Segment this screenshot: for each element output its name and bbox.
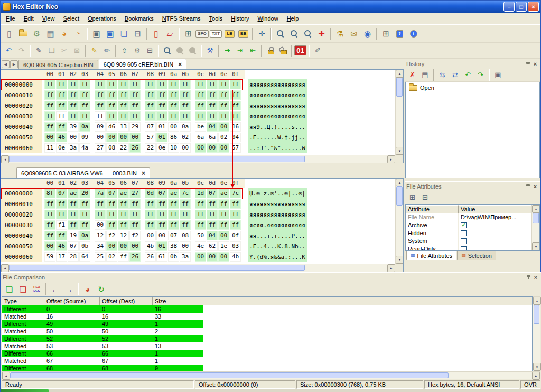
hex-byte[interactable]: 12: [118, 231, 129, 240]
tab-scroll-left-button[interactable]: ◀: [2, 60, 10, 68]
hex-byte[interactable]: ff: [95, 111, 106, 121]
hex-byte[interactable]: ff: [230, 101, 241, 110]
hex-byte[interactable]: ff: [56, 231, 67, 240]
statistics-button[interactable]: ⚗: [333, 27, 347, 40]
hex-byte[interactable]: ff: [207, 80, 218, 89]
hex-byte[interactable]: ff: [118, 210, 129, 219]
data-inspector-button[interactable]: ⊞: [182, 27, 195, 40]
scroll-down-button[interactable]: ▼: [396, 147, 404, 155]
hex-byte[interactable]: ff: [44, 231, 55, 240]
recompare-button[interactable]: ↻: [95, 283, 108, 296]
hex-byte[interactable]: ff: [129, 90, 141, 100]
hex-byte[interactable]: 0b: [168, 252, 179, 262]
hex-byte[interactable]: 00: [95, 133, 106, 142]
hex-byte[interactable]: ff: [56, 101, 67, 110]
pencil-fill-button[interactable]: ✏: [101, 44, 113, 57]
scroll-right-button[interactable]: ►: [387, 264, 395, 272]
hex-byte[interactable]: ff: [168, 90, 179, 100]
scroll-up-button[interactable]: ▲: [396, 179, 404, 186]
hex-byte[interactable]: ff: [44, 111, 55, 121]
hex-byte[interactable]: 25: [95, 252, 106, 262]
hex-byte[interactable]: 00: [195, 143, 206, 153]
hex-byte[interactable]: 57: [145, 133, 156, 142]
hex-byte[interactable]: ff: [207, 101, 218, 110]
hex-byte[interactable]: 00: [44, 241, 55, 251]
ascii-text[interactable]: Y.(d%.я&&a.:...K: [248, 251, 307, 262]
ascii-text[interactable]: яяяяяяяяяяяяяяяя: [248, 209, 307, 220]
hex-byte[interactable]: ff: [145, 210, 156, 219]
hex-byte[interactable]: ff: [56, 122, 67, 132]
binary-view-button[interactable]: 01: [294, 44, 306, 57]
scroll-down-button[interactable]: ▼: [533, 363, 541, 371]
comparison-row[interactable]: Matched50502: [2, 328, 532, 335]
menu-view[interactable]: View: [38, 14, 59, 23]
scroll-up-button[interactable]: ▲: [396, 70, 404, 78]
send-mail-button[interactable]: ✉: [347, 27, 360, 40]
hex-byte[interactable]: 09: [95, 122, 106, 132]
hex-byte[interactable]: 17: [56, 252, 67, 262]
hex-byte[interactable]: ff: [218, 220, 229, 230]
hex-byte[interactable]: 39: [68, 122, 79, 132]
color-marker-button[interactable]: ✐: [312, 44, 324, 57]
ascii-text[interactable]: ..:J'."&"......W: [248, 143, 307, 153]
hex-byte[interactable]: 07: [207, 189, 218, 198]
add-pattern-button[interactable]: ✚: [315, 27, 328, 40]
goto-offset-button[interactable]: ➔: [221, 44, 234, 57]
hex-byte[interactable]: 07: [106, 189, 117, 198]
delete-history-entry-button[interactable]: ✗: [406, 69, 418, 81]
hex-byte[interactable]: ff: [95, 80, 106, 89]
alphabetical-view-button[interactable]: ⊟: [419, 192, 431, 203]
menu-bookmarks[interactable]: Bookmarks: [120, 14, 158, 23]
attribute-row[interactable]: Read-Only: [406, 245, 531, 251]
hex-byte[interactable]: ff: [106, 111, 117, 121]
hex-byte[interactable]: 0e: [156, 143, 167, 153]
hex-byte[interactable]: ff: [118, 111, 129, 121]
attribute-checkbox[interactable]: ✓: [461, 222, 467, 228]
hex-byte[interactable]: 7c: [180, 189, 191, 198]
minimize-button[interactable]: –: [503, 2, 515, 12]
tab-6q0-909-605-c-rep-bin-bin[interactable]: 6Q0 909 605 C rep.bin.BIN: [18, 60, 98, 69]
hex-byte[interactable]: 46: [56, 241, 67, 251]
hex-byte[interactable]: ff: [118, 90, 129, 100]
web-help-button[interactable]: ◉: [361, 27, 374, 40]
hex-byte[interactable]: ae: [218, 189, 229, 198]
scroll-thumb[interactable]: [396, 186, 403, 206]
hex-byte[interactable]: 0a: [79, 122, 90, 132]
pencil-edit-button[interactable]: ✎: [88, 44, 100, 57]
open-logical-disk-button[interactable]: ◔: [71, 27, 85, 40]
hex-byte[interactable]: ff: [145, 101, 156, 110]
hex-byte[interactable]: 03: [230, 241, 241, 251]
hex-byte[interactable]: 00: [168, 122, 179, 132]
hex-byte[interactable]: ff: [230, 90, 241, 100]
about-button[interactable]: i: [407, 27, 420, 40]
find-in-files-button[interactable]: [287, 27, 301, 40]
hex-byte[interactable]: 00: [156, 231, 167, 240]
history-list[interactable]: Open: [405, 82, 540, 178]
hex-byte[interactable]: ff: [106, 90, 117, 100]
hex-byte[interactable]: ff: [129, 80, 141, 89]
hex-byte[interactable]: 13: [118, 122, 129, 132]
hex-byte[interactable]: ff: [180, 111, 191, 121]
delete-block-button[interactable]: ⊠: [71, 44, 83, 57]
hex-byte[interactable]: ff: [230, 210, 241, 219]
ascii-text[interactable]: Џ.® z.®'..®|..®|: [248, 188, 307, 199]
find-regexp-button[interactable]: [301, 27, 314, 40]
menu-file[interactable]: File: [2, 14, 20, 23]
compare-files-button[interactable]: ❏: [3, 283, 16, 296]
hex-byte[interactable]: 00: [118, 241, 129, 251]
hex-byte[interactable]: 46: [56, 133, 67, 142]
hex-byte[interactable]: 00: [195, 252, 206, 262]
undo-button[interactable]: ↶: [3, 44, 15, 57]
hex-byte[interactable]: ff: [207, 220, 218, 230]
apply-patch-button[interactable]: ▱: [163, 27, 176, 40]
hex-byte[interactable]: 22: [145, 143, 156, 153]
hex-byte[interactable]: ff: [145, 111, 156, 121]
hex-byte[interactable]: ff: [106, 220, 117, 230]
hex-byte[interactable]: ff: [180, 199, 191, 209]
scroll-thumb[interactable]: [534, 305, 539, 324]
panel-tab-file-attributes[interactable]: ▦File Attributes: [406, 251, 456, 260]
horizontal-scrollbar[interactable]: ◄ ►: [2, 371, 540, 379]
hex-byte[interactable]: 62: [207, 241, 218, 251]
help-button[interactable]: ?: [393, 27, 406, 40]
hex-byte[interactable]: ff: [56, 90, 67, 100]
